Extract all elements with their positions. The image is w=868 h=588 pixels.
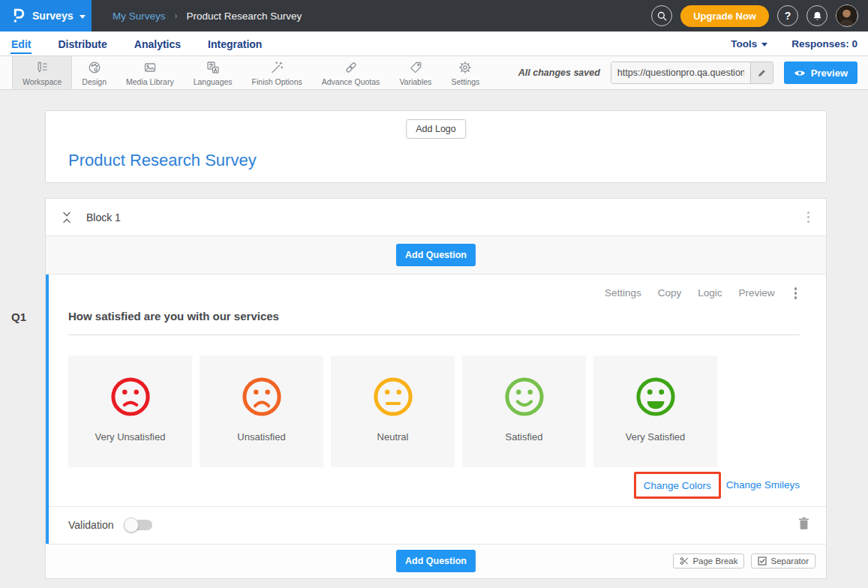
toolbar-item-label: Languages	[194, 77, 233, 86]
question-preview-link[interactable]: Preview	[738, 287, 774, 298]
add-question-strip-top: Add Question	[46, 236, 826, 274]
toolbar-settings[interactable]: Settings	[441, 56, 489, 89]
block-header: Block 1	[46, 199, 826, 236]
editor-toolbar: Workspace Design Media Library Languages…	[0, 56, 868, 90]
very-unsatisfied-smiley-icon	[109, 375, 152, 418]
option-label: Very Satisfied	[626, 431, 686, 442]
pencil-icon	[757, 68, 767, 78]
add-question-button-bottom[interactable]: Add Question	[396, 550, 476, 572]
help-button[interactable]: ?	[777, 5, 798, 26]
tab-distribute[interactable]: Distribute	[57, 34, 107, 54]
palette-icon	[87, 60, 102, 75]
tab-analytics[interactable]: Analytics	[134, 34, 182, 54]
block-card: Q1 Block 1 Add Question Settings Copy Lo…	[45, 198, 827, 579]
question-action-menu: Settings Copy Logic Preview	[68, 284, 800, 302]
search-button[interactable]	[651, 5, 672, 26]
tools-dropdown[interactable]: Tools	[731, 38, 767, 50]
page-break-label: Page Break	[692, 556, 737, 566]
toolbar-item-label: Workspace	[23, 77, 62, 86]
toolbar-languages[interactable]: Languages	[184, 56, 242, 89]
question-card: Settings Copy Logic Preview How satisfie…	[46, 274, 826, 544]
change-colors-highlight: Change Colors	[634, 472, 721, 499]
change-colors-link[interactable]: Change Colors	[644, 480, 711, 491]
chevron-down-icon	[80, 15, 86, 19]
unsatisfied-smiley-icon	[240, 375, 284, 418]
workspace-icon	[35, 60, 50, 75]
satisfied-smiley-icon	[503, 375, 546, 418]
tag-icon	[408, 60, 423, 75]
chain-link-icon	[344, 60, 359, 75]
trash-icon	[798, 517, 809, 530]
smiley-option-very-unsatisfied[interactable]: Very Unsatisfied	[68, 356, 192, 467]
tab-edit[interactable]: Edit	[11, 34, 32, 54]
question-copy-link[interactable]: Copy	[658, 287, 682, 298]
checkbox-icon	[758, 556, 767, 566]
toolbar-item-label: Variables	[399, 77, 431, 86]
brand-menu[interactable]: Surveys	[0, 0, 92, 32]
preview-button[interactable]: Preview	[784, 62, 857, 84]
survey-header-card: Add Logo Product Research Survey	[45, 110, 827, 183]
survey-url-box	[611, 62, 773, 84]
change-smileys-link[interactable]: Change Smileys	[726, 479, 800, 490]
toolbar-design[interactable]: Design	[72, 56, 116, 89]
edit-url-button[interactable]	[750, 62, 773, 83]
smiley-option-satisfied[interactable]: Satisfied	[462, 356, 586, 467]
top-navbar: Surveys My Surveys › Product Research Su…	[0, 0, 868, 32]
breadcrumb: My Surveys › Product Research Survey	[113, 10, 302, 22]
delete-question-button[interactable]	[798, 517, 809, 533]
survey-nav: Edit Distribute Analytics Integration To…	[0, 32, 868, 56]
tab-integration[interactable]: Integration	[207, 34, 263, 54]
survey-nav-tabs: Edit Distribute Analytics Integration	[11, 34, 263, 54]
user-photo	[836, 5, 857, 26]
survey-url-input[interactable]	[611, 62, 750, 83]
option-label: Very Unsatisfied	[95, 431, 166, 442]
toolbar-right: All changes saved Preview	[518, 56, 868, 89]
bell-icon	[812, 10, 823, 22]
breadcrumb-separator: ›	[175, 10, 178, 21]
question-menu-kebab-icon[interactable]	[791, 284, 800, 302]
block-menu-kebab-icon[interactable]	[804, 208, 813, 226]
toolbar-variables[interactable]: Variables	[389, 56, 441, 89]
tools-label: Tools	[731, 38, 757, 50]
question-logic-link[interactable]: Logic	[698, 287, 722, 298]
image-icon	[143, 60, 158, 75]
smiley-option-very-satisfied[interactable]: Very Satisfied	[593, 356, 717, 467]
toolbar-item-label: Settings	[451, 77, 479, 86]
validation-toggle[interactable]	[125, 520, 152, 530]
brand-product-name: Surveys	[32, 10, 73, 22]
question-settings-link[interactable]: Settings	[605, 287, 641, 298]
separator-button[interactable]: Separator	[751, 554, 815, 568]
upgrade-now-button[interactable]: Upgrade Now	[680, 5, 769, 27]
validation-label: Validation	[68, 519, 113, 531]
editor-canvas: Add Logo Product Research Survey Q1 Bloc…	[0, 90, 868, 579]
notifications-button[interactable]	[806, 5, 827, 26]
page-break-button[interactable]: Page Break	[673, 554, 744, 568]
toolbar-finish-options[interactable]: Finish Options	[242, 56, 312, 89]
user-avatar[interactable]	[836, 4, 858, 27]
question-title[interactable]: How satisfied are you with our services	[68, 310, 800, 335]
gear-icon	[458, 60, 473, 75]
breadcrumb-my-surveys[interactable]: My Surveys	[113, 10, 166, 22]
add-question-button-top[interactable]: Add Question	[396, 244, 476, 266]
smiley-option-neutral[interactable]: Neutral	[331, 356, 455, 467]
scissors-icon	[680, 556, 689, 566]
preview-label: Preview	[811, 68, 848, 79]
toolbar-item-label: Advance Quotas	[322, 77, 380, 86]
collapse-block-icon[interactable]	[61, 210, 73, 225]
save-status: All changes saved	[518, 68, 600, 78]
toolbar-advance-quotas[interactable]: Advance Quotas	[312, 56, 390, 89]
toolbar-workspace[interactable]: Workspace	[12, 56, 72, 89]
smiley-option-unsatisfied[interactable]: Unsatisfied	[200, 356, 323, 467]
survey-title[interactable]: Product Research Survey	[68, 151, 257, 170]
option-label: Neutral	[377, 431, 409, 442]
responses-count[interactable]: Responses: 0	[791, 38, 857, 50]
option-label: Satisfied	[506, 431, 543, 442]
survey-nav-right: Tools Responses: 0	[731, 38, 857, 50]
very-satisfied-smiley-icon	[634, 375, 677, 418]
magic-wand-icon	[269, 60, 284, 75]
question-number: Q1	[11, 310, 26, 323]
add-logo-button[interactable]: Add Logo	[406, 119, 466, 139]
breadcrumb-current-survey: Product Research Survey	[187, 10, 302, 22]
toolbar-media-library[interactable]: Media Library	[116, 56, 184, 89]
toolbar-item-label: Media Library	[126, 77, 174, 86]
